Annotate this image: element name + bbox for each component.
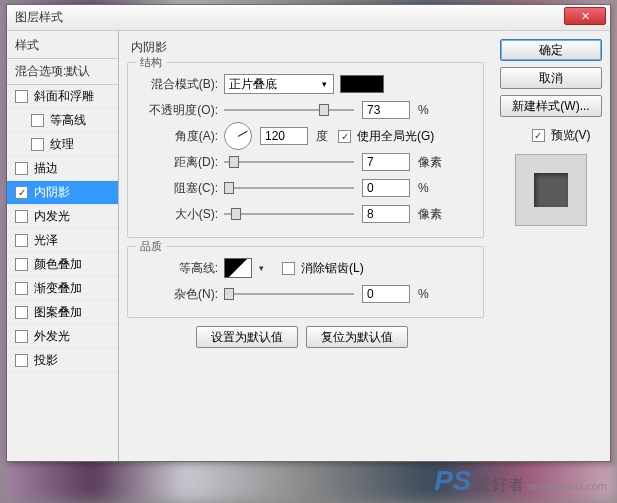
blend-mode-value: 正片叠底 <box>229 76 277 93</box>
preview-box <box>515 154 587 226</box>
angle-input[interactable]: 120 <box>260 127 308 145</box>
checkbox-icon[interactable] <box>15 354 28 367</box>
sidebar-item[interactable]: 图案叠加 <box>7 301 118 325</box>
cancel-button[interactable]: 取消 <box>500 67 602 89</box>
antialias-checkbox[interactable]: 消除锯齿(L) <box>282 260 364 277</box>
choke-row: 阻塞(C): 0 % <box>138 175 473 201</box>
sidebar-item-label: 斜面和浮雕 <box>34 88 94 105</box>
sidebar-subheader[interactable]: 混合选项:默认 <box>7 59 118 85</box>
angle-dial[interactable] <box>224 122 252 150</box>
choke-input[interactable]: 0 <box>362 179 410 197</box>
contour-swatch[interactable] <box>224 258 252 278</box>
styles-sidebar: 样式 混合选项:默认 斜面和浮雕等高线纹理描边内阴影内发光光泽颜色叠加渐变叠加图… <box>7 31 119 461</box>
sidebar-item[interactable]: 外发光 <box>7 325 118 349</box>
opacity-row: 不透明度(O): 73 % <box>138 97 473 123</box>
sidebar-item[interactable]: 光泽 <box>7 229 118 253</box>
opacity-unit: % <box>418 103 429 117</box>
checkbox-icon[interactable] <box>15 258 28 271</box>
blend-mode-combo[interactable]: 正片叠底 ▾ <box>224 74 334 94</box>
checkbox-icon[interactable] <box>15 282 28 295</box>
slider-thumb[interactable] <box>229 156 239 168</box>
size-label: 大小(S): <box>138 206 224 223</box>
sidebar-item-label: 投影 <box>34 352 58 369</box>
checkbox-icon[interactable] <box>15 162 28 175</box>
quality-fieldset: 品质 等高线: ▾ 消除锯齿(L) 杂色(N): <box>127 246 484 318</box>
sidebar-item[interactable]: 投影 <box>7 349 118 373</box>
sidebar-item[interactable]: 等高线 <box>7 109 118 133</box>
reset-default-button[interactable]: 复位为默认值 <box>306 326 408 348</box>
opacity-slider[interactable] <box>224 103 354 117</box>
shadow-color-swatch[interactable] <box>340 75 384 93</box>
angle-hand <box>238 131 248 137</box>
sidebar-item[interactable]: 颜色叠加 <box>7 253 118 277</box>
checkbox-icon <box>282 262 295 275</box>
sidebar-item[interactable]: 内阴影 <box>7 181 118 205</box>
structure-legend: 结构 <box>136 55 166 70</box>
size-row: 大小(S): 8 像素 <box>138 201 473 227</box>
checkbox-icon[interactable] <box>15 330 28 343</box>
distance-label: 距离(D): <box>138 154 224 171</box>
contour-row: 等高线: ▾ 消除锯齿(L) <box>138 255 473 281</box>
blend-mode-row: 混合模式(B): 正片叠底 ▾ <box>138 71 473 97</box>
noise-label: 杂色(N): <box>138 286 224 303</box>
choke-unit: % <box>418 181 429 195</box>
sidebar-item[interactable]: 描边 <box>7 157 118 181</box>
size-unit: 像素 <box>418 206 442 223</box>
close-button[interactable]: ✕ <box>564 7 606 25</box>
angle-label: 角度(A): <box>138 128 224 145</box>
sidebar-header[interactable]: 样式 <box>7 33 118 59</box>
global-light-checkbox[interactable]: 使用全局光(G) <box>338 128 434 145</box>
checkbox-icon[interactable] <box>15 210 28 223</box>
dialog-body: 样式 混合选项:默认 斜面和浮雕等高线纹理描边内阴影内发光光泽颜色叠加渐变叠加图… <box>7 31 610 461</box>
main-panel: 内阴影 结构 混合模式(B): 正片叠底 ▾ 不透明度(O): <box>119 31 492 461</box>
noise-input[interactable]: 0 <box>362 285 410 303</box>
checkbox-icon[interactable] <box>31 138 44 151</box>
slider-thumb[interactable] <box>224 288 234 300</box>
opacity-input[interactable]: 73 <box>362 101 410 119</box>
sidebar-item-label: 等高线 <box>50 112 86 129</box>
checkbox-icon[interactable] <box>15 186 28 199</box>
preview-checkbox[interactable]: 预览(V) <box>510 127 612 144</box>
distance-input[interactable]: 7 <box>362 153 410 171</box>
sidebar-item-label: 外发光 <box>34 328 70 345</box>
angle-unit: 度 <box>316 128 328 145</box>
noise-unit: % <box>418 287 429 301</box>
sidebar-item[interactable]: 纹理 <box>7 133 118 157</box>
dialog-title: 图层样式 <box>15 9 63 26</box>
slider-thumb[interactable] <box>231 208 241 220</box>
sidebar-item[interactable]: 渐变叠加 <box>7 277 118 301</box>
opacity-label: 不透明度(O): <box>138 102 224 119</box>
checkbox-icon[interactable] <box>31 114 44 127</box>
sidebar-item-label: 光泽 <box>34 232 58 249</box>
antialias-label: 消除锯齿(L) <box>301 260 364 277</box>
distance-slider[interactable] <box>224 155 354 169</box>
size-slider[interactable] <box>224 207 354 221</box>
noise-slider[interactable] <box>224 287 354 301</box>
ok-button[interactable]: 确定 <box>500 39 602 61</box>
new-style-button[interactable]: 新建样式(W)... <box>500 95 602 117</box>
choke-slider[interactable] <box>224 181 354 195</box>
sidebar-item-label: 描边 <box>34 160 58 177</box>
checkbox-icon <box>532 129 545 142</box>
size-input[interactable]: 8 <box>362 205 410 223</box>
contour-label: 等高线: <box>138 260 224 277</box>
panel-title: 内阴影 <box>127 37 484 62</box>
checkbox-icon[interactable] <box>15 90 28 103</box>
titlebar[interactable]: 图层样式 ✕ <box>7 5 610 31</box>
checkbox-icon[interactable] <box>15 306 28 319</box>
preview-swatch <box>534 173 568 207</box>
sidebar-item[interactable]: 内发光 <box>7 205 118 229</box>
sidebar-item-label: 颜色叠加 <box>34 256 82 273</box>
sidebar-item-label: 内阴影 <box>34 184 70 201</box>
slider-thumb[interactable] <box>224 182 234 194</box>
watermark-logo: PS <box>434 465 471 497</box>
sidebar-item[interactable]: 斜面和浮雕 <box>7 85 118 109</box>
watermark-url: www.psahz.com <box>528 480 607 492</box>
distance-unit: 像素 <box>418 154 442 171</box>
sidebar-item-label: 渐变叠加 <box>34 280 82 297</box>
slider-thumb[interactable] <box>319 104 329 116</box>
set-default-button[interactable]: 设置为默认值 <box>196 326 298 348</box>
checkbox-icon <box>338 130 351 143</box>
chevron-down-icon[interactable]: ▾ <box>256 263 266 273</box>
checkbox-icon[interactable] <box>15 234 28 247</box>
